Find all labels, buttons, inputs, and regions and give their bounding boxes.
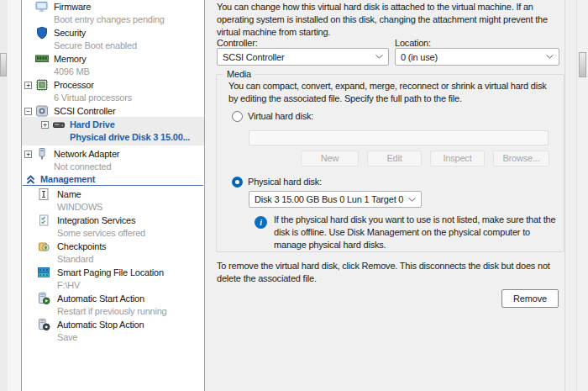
sidebar-item-label: Network Adapter: [54, 148, 119, 161]
processor-icon: [35, 78, 49, 92]
sidebar-item-label: Name: [57, 188, 81, 201]
sidebar-item-sub: Save: [57, 331, 77, 344]
sidebar-item-sub: WINDOWS: [57, 201, 102, 214]
management-section-divider: [23, 185, 203, 186]
sidebar-item-sub: Physical drive Disk 3 15.00...: [70, 131, 190, 144]
sidebar-item-label: Hard Drive: [70, 119, 115, 131]
firmware-icon: [35, 0, 49, 13]
chevron-down-icon: [546, 55, 554, 59]
sidebar-item-auto-start[interactable]: Automatic Start Action Restart if previo…: [22, 293, 204, 319]
sidebar-item-hard-drive[interactable]: + Hard Drive Physical drive Disk 3 15.00…: [22, 119, 204, 145]
sidebar-item-network-adapter[interactable]: + Network Adapter Not connected: [22, 148, 204, 174]
physical-disk-info-text: If the physical hard disk you want to us…: [274, 214, 564, 251]
browse-button: Browse...: [493, 151, 549, 166]
chevron-down-icon: [375, 55, 383, 59]
left-scrollbar-thumb[interactable]: [0, 53, 7, 77]
auto-start-action-icon: [37, 292, 50, 305]
edit-button: Edit: [367, 151, 422, 166]
sidebar-item-scsi-controller[interactable]: − SCSI Controller: [22, 105, 204, 119]
expand-icon[interactable]: +: [24, 151, 32, 158]
sidebar-item-label: Automatic Start Action: [57, 293, 144, 305]
sidebar-item-processor[interactable]: + Processor 6 Virtual processors: [22, 79, 204, 105]
inspect-button: Inspect: [430, 151, 485, 166]
pane-right-edge: [564, 0, 565, 391]
vertical-scrollbar-track[interactable]: [576, 0, 588, 391]
sidebar-section-management[interactable]: Management: [22, 173, 204, 186]
sidebar-item-sub: Not connected: [54, 161, 111, 173]
settings-tree: Firmware Boot entry changes pending Secu…: [21, 0, 205, 391]
location-select-value: 0 (in use): [401, 52, 543, 62]
sidebar-item-sub: 6 Virtual processors: [54, 92, 132, 104]
info-icon: i: [255, 216, 267, 229]
sidebar-item-name[interactable]: Name WINDOWS: [22, 188, 204, 214]
sidebar-item-label: Checkpoints: [57, 240, 106, 253]
remove-button[interactable]: Remove: [501, 289, 559, 308]
virtual-hard-disk-radio-label[interactable]: Virtual hard disk:: [248, 110, 313, 123]
sidebar-item-label: Integration Services: [57, 214, 135, 227]
controller-label: Controller:: [217, 37, 258, 49]
management-section-label: Management: [40, 173, 95, 186]
sidebar-item-sub: Secure Boot enabled: [54, 40, 137, 52]
sidebar-item-sub: Boot entry changes pending: [54, 13, 165, 26]
media-legend: Media: [223, 68, 255, 80]
physical-disk-select-value: Disk 3 15.00 GB Bus 0 Lun 1 Target 0: [255, 194, 405, 204]
physical-hard-disk-radio-label[interactable]: Physical hard disk:: [248, 176, 322, 188]
checkpoints-icon: [37, 240, 50, 253]
name-icon: [37, 188, 50, 201]
sidebar-item-auto-stop[interactable]: Automatic Stop Action Save: [22, 319, 204, 345]
location-label: Location:: [395, 37, 431, 49]
network-adapter-icon: [35, 147, 49, 161]
left-scrollbar-track[interactable]: [0, 0, 8, 391]
sidebar-item-label: Firmware: [54, 1, 91, 13]
integration-services-icon: [37, 214, 50, 227]
sidebar-item-memory[interactable]: Memory 4096 MB: [22, 53, 204, 79]
sidebar-item-label: Automatic Stop Action: [57, 319, 144, 331]
controller-select[interactable]: SCSI Controller: [217, 48, 389, 66]
sidebar-item-label: Memory: [54, 53, 87, 66]
remove-note-text: To remove the virtual hard disk, click R…: [217, 260, 564, 285]
virtual-hard-disk-radio[interactable]: [232, 111, 243, 122]
sidebar-item-smart-paging[interactable]: Smart Paging File Location F:\HV: [22, 267, 204, 293]
controller-select-value: SCSI Controller: [223, 52, 372, 62]
sidebar-item-sub: Some services offered: [57, 227, 145, 240]
sidebar-item-sub: 4096 MB: [54, 66, 90, 78]
vertical-scrollbar-thumb[interactable]: [579, 52, 586, 77]
hard-drive-settings-pane: You can change how this virtual hard dis…: [207, 0, 576, 391]
sidebar-item-sub: Restart if previously running: [57, 305, 167, 318]
sidebar-item-label: Processor: [54, 79, 94, 92]
scsi-controller-icon: [35, 104, 49, 118]
smart-paging-icon: [37, 266, 50, 279]
sidebar-item-sub: F:\HV: [57, 279, 80, 292]
sidebar-item-sub: Standard: [57, 253, 93, 266]
new-button: New: [301, 151, 359, 166]
sidebar-item-integration-services[interactable]: Integration Services Some services offer…: [22, 214, 204, 240]
memory-icon: [35, 52, 49, 66]
media-groupbox: Media You can compact, convert, expand, …: [216, 74, 564, 252]
sidebar-item-label: Smart Paging File Location: [57, 267, 164, 279]
expand-icon[interactable]: +: [41, 121, 49, 129]
chevron-down-icon: [408, 198, 416, 202]
info-glyph: i: [260, 218, 262, 227]
security-shield-icon: [35, 26, 49, 40]
location-select[interactable]: 0 (in use): [395, 48, 559, 66]
expand-icon[interactable]: +: [24, 82, 32, 89]
sidebar-item-firmware[interactable]: Firmware Boot entry changes pending: [22, 1, 204, 27]
left-gutter: [8, 0, 21, 391]
pane-intro-text: You can change how this virtual hard dis…: [217, 1, 568, 39]
sidebar-item-checkpoints[interactable]: Checkpoints Standard: [22, 240, 204, 267]
sidebar-item-security[interactable]: Security Secure Boot enabled: [22, 27, 204, 53]
sidebar-item-label: SCSI Controller: [54, 105, 115, 118]
physical-hard-disk-radio[interactable]: [232, 177, 243, 188]
physical-disk-select[interactable]: Disk 3 15.00 GB Bus 0 Lun 1 Target 0: [249, 191, 422, 208]
virtual-disk-path-input: [249, 130, 549, 145]
sidebar-item-label: Security: [54, 27, 86, 40]
auto-stop-action-icon: [37, 318, 50, 331]
media-intro-text: You can compact, convert, expand, merge,…: [228, 80, 558, 105]
collapse-icon[interactable]: −: [24, 108, 32, 115]
hard-drive-icon: [52, 118, 66, 131]
